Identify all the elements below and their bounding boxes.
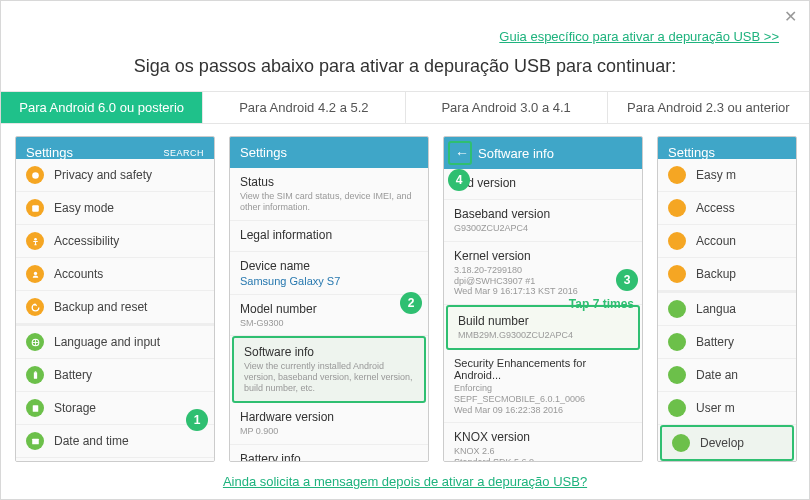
item-label: Date an [696, 368, 738, 382]
item-label: Date and time [54, 434, 129, 448]
list-item: Access [658, 192, 796, 225]
battery-icon [668, 333, 686, 351]
block-sub: 3.18.20-7299180 dpi@SWHC3907 #1 Wed Mar … [454, 265, 632, 297]
list-item: Backup [658, 258, 796, 291]
backup-icon [26, 298, 44, 316]
tap-7-times-label: Tap 7 times [569, 297, 634, 311]
usb-guide-link[interactable]: Guia específico para ativar a depuração … [1, 21, 809, 44]
battery-info-block: Battery infoView your device's battery s… [230, 445, 428, 462]
accessibility-icon [26, 232, 44, 250]
developer-options-row: Develop [660, 425, 794, 461]
list-item: Accessibility [16, 225, 214, 258]
block-sub: KNOX 2.6 Standard SDK 5.6.0 Premium SDK … [454, 446, 632, 462]
android-version-tabs: Para Android 6.0 ou posterio Para Androi… [1, 91, 809, 124]
list-item: Storage [16, 392, 214, 425]
svg-point-2 [34, 237, 37, 240]
item-label: Easy mode [54, 201, 114, 215]
panel1-title: Settings [26, 145, 73, 160]
item-label: Storage [54, 401, 96, 415]
easy-mode-icon [668, 166, 686, 184]
bottom-help-link[interactable]: Ainda solicita a mensagem depois de ativ… [223, 474, 587, 489]
item-label: User m [696, 401, 735, 415]
block-sub: MP 0.900 [240, 426, 418, 437]
screenshot-panels: Settings SEARCH Privacy and safety Easy … [1, 124, 809, 462]
item-label: Easy m [696, 168, 736, 182]
list-item: Langua [658, 291, 796, 326]
easy-mode-icon [26, 199, 44, 217]
date-icon [668, 366, 686, 384]
hardware-block: Hardware versionMP 0.900 [230, 403, 428, 445]
backup-icon [668, 265, 686, 283]
list-item: Easy mode [16, 192, 214, 225]
kernel-block: Kernel version3.18.20-7299180 dpi@SWHC39… [444, 242, 642, 305]
item-label: Access [696, 201, 735, 215]
list-item: User m [658, 392, 796, 425]
legal-block: Legal information [230, 221, 428, 252]
list-item: Accoun [658, 225, 796, 258]
software-info-block: Software infoView the currently installe… [232, 336, 426, 402]
item-label: Develop [700, 436, 744, 450]
list-item: Accounts [16, 258, 214, 291]
accessibility-icon [668, 199, 686, 217]
list-item: Date and time [16, 425, 214, 458]
step-badge-4: 4 [448, 169, 470, 191]
block-sub: MMB29M.G9300ZCU2APC4 [458, 330, 628, 341]
step-badge-2: 2 [400, 292, 422, 314]
svg-rect-6 [34, 371, 36, 372]
list-item: Language and input [16, 324, 214, 359]
item-label: Battery [54, 368, 92, 382]
panel-settings-4: Settings Easy m Access Accoun Backup Lan… [657, 136, 797, 462]
accounts-icon [668, 232, 686, 250]
build-number-block: Build number MMB29M.G9300ZCU2APC4 [446, 305, 640, 350]
svg-rect-5 [33, 372, 36, 379]
block-sub: View the SIM card status, device IMEI, a… [240, 191, 418, 213]
svg-rect-8 [32, 438, 39, 444]
panel2-header: Settings [230, 137, 428, 168]
svg-point-3 [33, 271, 36, 274]
block-title: Device name [240, 259, 418, 273]
list-item: About d [658, 461, 796, 462]
panel-settings-1: Settings SEARCH Privacy and safety Easy … [15, 136, 215, 462]
block-title: Baseband version [454, 207, 632, 221]
item-label: Langua [696, 302, 736, 316]
block-sub: G9300ZCU2APC4 [454, 223, 632, 234]
tab-android-3-0[interactable]: Para Android 3.0 a 4.1 [406, 92, 608, 123]
security-block: Security Enhancements for Android...Enfo… [444, 350, 642, 423]
panel-settings-2: Settings StatusView the SIM card status,… [229, 136, 429, 462]
device-name-block: Device nameSamsung Galaxy S7 [230, 252, 428, 295]
back-highlight [448, 141, 472, 165]
block-title: Battery info [240, 452, 418, 462]
storage-icon [26, 399, 44, 417]
panel3-title: Software info [478, 146, 554, 161]
step-badge-3: 3 [616, 269, 638, 291]
list-item: Easy m [658, 159, 796, 192]
accounts-icon [26, 265, 44, 283]
list-item: User manual [16, 458, 214, 462]
page-title: Siga os passos abaixo para ativar a depu… [1, 44, 809, 91]
manual-icon [668, 399, 686, 417]
tab-android-6[interactable]: Para Android 6.0 ou posterio [1, 92, 203, 123]
list-item: Privacy and safety [16, 159, 214, 192]
status-block: StatusView the SIM card status, device I… [230, 168, 428, 221]
privacy-icon [26, 166, 44, 184]
item-label: Battery [696, 335, 734, 349]
search-label: SEARCH [163, 148, 204, 158]
language-icon [668, 300, 686, 318]
svg-point-0 [32, 172, 39, 179]
item-label: Backup and reset [54, 300, 147, 314]
svg-rect-1 [32, 205, 39, 212]
tab-android-4-2[interactable]: Para Android 4.2 a 5.2 [203, 92, 405, 123]
item-label: Language and input [54, 335, 160, 349]
list-item: Date an [658, 359, 796, 392]
tab-android-2-3[interactable]: Para Android 2.3 ou anterior [608, 92, 809, 123]
date-icon [26, 432, 44, 450]
close-icon[interactable]: ✕ [784, 7, 797, 26]
list-item: Backup and reset [16, 291, 214, 324]
block-title: Status [240, 175, 418, 189]
model-block: Model numberSM-G9300 [230, 295, 428, 337]
block-title: roid version [454, 176, 632, 190]
item-label: Backup [696, 267, 736, 281]
block-title: Security Enhancements for Android... [454, 357, 632, 381]
block-title: Legal information [240, 228, 418, 242]
panel-software-info: ← Software info roid version Baseband ve… [443, 136, 643, 462]
